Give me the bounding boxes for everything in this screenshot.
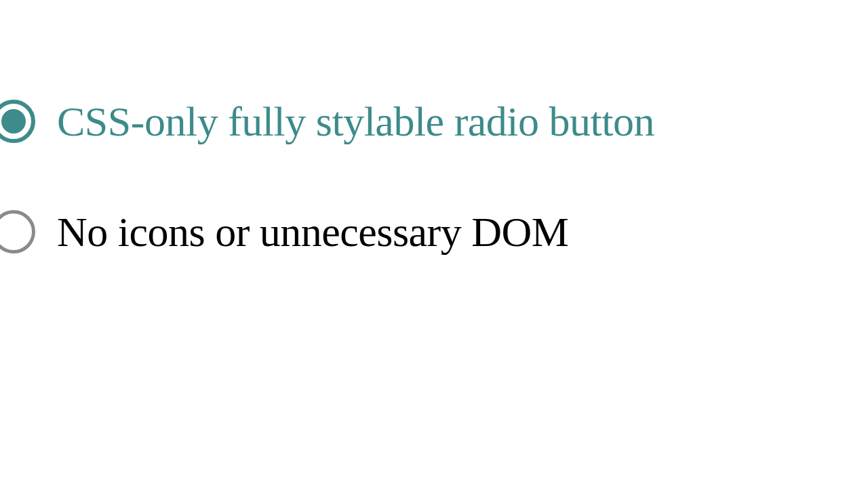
- radio-option-2[interactable]: No icons or unnecessary DOM: [0, 209, 868, 255]
- radio-label: No icons or unnecessary DOM: [57, 209, 568, 255]
- radio-icon: [0, 210, 35, 253]
- radio-group: CSS-only fully stylable radio button No …: [0, 0, 868, 255]
- radio-icon: [0, 100, 35, 143]
- radio-option-1[interactable]: CSS-only fully stylable radio button: [0, 98, 868, 144]
- radio-label: CSS-only fully stylable radio button: [57, 98, 654, 144]
